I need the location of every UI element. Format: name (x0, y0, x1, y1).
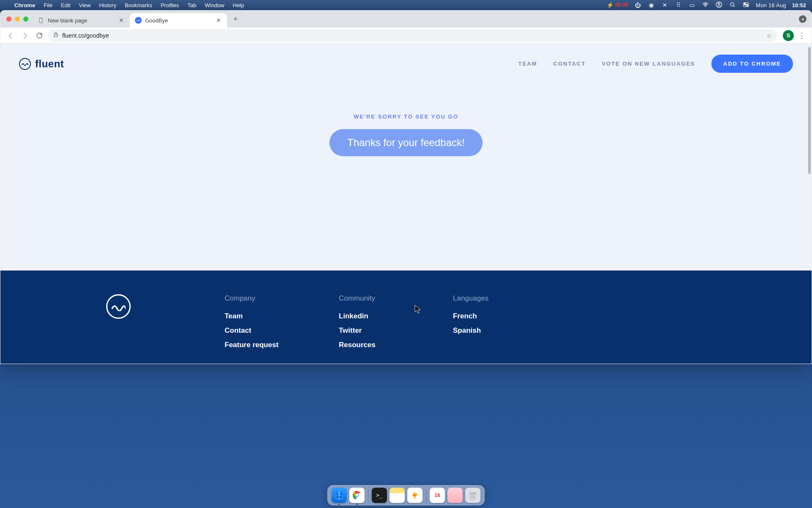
window-controls (5, 17, 33, 22)
menubar-window[interactable]: Window (200, 2, 228, 8)
svg-point-0 (705, 6, 706, 6)
back-button[interactable] (5, 30, 16, 41)
battery-status[interactable]: ⚡ 00:26 (606, 2, 628, 8)
footer-col-company: Company Team Contact Feature request (225, 294, 322, 355)
menubar-battery-icon[interactable]: ▭ (688, 2, 696, 8)
battery-charging-icon: ⚡ (606, 2, 614, 8)
footer-link-resources[interactable]: Resources (339, 341, 436, 349)
footer-col-languages: Languages French Spanish (453, 294, 550, 355)
dock-app-folder[interactable] (447, 488, 463, 503)
battery-time-remaining: 00:26 (615, 2, 628, 8)
svg-point-6 (744, 3, 746, 4)
address-bar[interactable]: fluent.co/goodbye ☆ (48, 29, 777, 42)
tab-strip: New blank page ✕ GoodBye ✕ + ▾ (0, 11, 812, 28)
window-zoom-button[interactable] (23, 17, 28, 22)
menubar-file[interactable]: File (39, 2, 57, 8)
url-text: fluent.co/goodbye (62, 32, 763, 39)
tab-search-button[interactable]: ▾ (799, 15, 807, 23)
menubar-wifi-icon[interactable] (702, 1, 709, 9)
menubar-play-icon[interactable]: ◉ (647, 2, 655, 8)
mac-menubar: Chrome File Edit View History Bookmarks … (0, 0, 812, 10)
lock-icon[interactable] (53, 32, 59, 39)
footer-link-french[interactable]: French (453, 312, 550, 320)
window-close-button[interactable] (6, 17, 11, 22)
footer-heading-community: Community (339, 294, 436, 303)
profile-avatar[interactable]: S (783, 30, 794, 41)
mac-dock: >_ 16 (327, 485, 485, 505)
menubar-control-center-icon[interactable] (742, 1, 750, 9)
dock-app-chrome[interactable] (349, 488, 365, 503)
svg-rect-8 (54, 34, 58, 37)
footer-heading-languages: Languages (453, 294, 550, 303)
svg-point-7 (747, 5, 748, 6)
dock-app-trash[interactable] (465, 488, 480, 503)
footer-heading-company: Company (225, 294, 322, 303)
menubar-dots-icon[interactable]: ⠿ (675, 2, 682, 8)
window-minimize-button[interactable] (15, 17, 20, 22)
footer-col-community: Community Linkedin Twitter Resources (339, 294, 436, 355)
footer-link-team[interactable]: Team (225, 312, 322, 320)
dock-separator (426, 489, 426, 503)
dock-app-finder[interactable] (332, 488, 347, 503)
menubar-profiles[interactable]: Profiles (156, 2, 183, 8)
goodbye-hero: WE'RE SORRY TO SEE YOU GO Thanks for you… (0, 84, 812, 156)
tab-new-blank-page[interactable]: New blank page ✕ (33, 13, 130, 28)
browser-toolbar: fluent.co/goodbye ☆ S ⋮ (0, 28, 812, 44)
dock-separator (368, 489, 368, 503)
site-header: fluent TEAM CONTACT VOTE ON NEW LANGUAGE… (0, 44, 812, 84)
menubar-history[interactable]: History (95, 2, 120, 8)
menubar-edit[interactable]: Edit (57, 2, 74, 8)
footer-link-linkedin[interactable]: Linkedin (339, 312, 436, 320)
page-favicon-icon (38, 17, 44, 24)
thanks-pill: Thanks for your feedback! (329, 129, 482, 156)
bookmark-star-icon[interactable]: ☆ (766, 32, 772, 39)
page-viewport[interactable]: fluent TEAM CONTACT VOTE ON NEW LANGUAGE… (0, 44, 812, 364)
svg-point-11 (341, 494, 342, 494)
footer-link-spanish[interactable]: Spanish (453, 326, 550, 335)
svg-point-14 (356, 494, 358, 497)
footer-logomark-icon (106, 294, 131, 319)
reload-button[interactable] (33, 30, 45, 41)
fluent-logomark-icon (19, 58, 31, 70)
footer-link-twitter[interactable]: Twitter (339, 326, 436, 335)
add-to-chrome-button[interactable]: ADD TO CHROME (711, 55, 793, 73)
dock-app-calendar[interactable]: 16 (430, 488, 445, 503)
svg-point-2 (718, 3, 720, 5)
menubar-clock[interactable]: 10:52 (792, 2, 806, 8)
menubar-help[interactable]: Help (229, 2, 249, 8)
dock-app-bolt[interactable] (407, 488, 422, 503)
nav-team[interactable]: TEAM (518, 61, 537, 67)
footer-link-contact[interactable]: Contact (225, 326, 322, 335)
menubar-spotlight-icon[interactable] (729, 1, 736, 9)
fluent-logo[interactable]: fluent (19, 58, 64, 70)
tab-title: New blank page (48, 17, 115, 24)
chrome-menu-button[interactable]: ⋮ (796, 30, 807, 41)
menubar-bookmarks[interactable]: Bookmarks (121, 2, 156, 8)
footer-link-feature-request[interactable]: Feature request (225, 341, 322, 349)
viewport-scrollbar[interactable] (808, 47, 811, 174)
dock-app-notes[interactable] (390, 488, 405, 503)
dock-app-terminal[interactable]: >_ (372, 488, 387, 503)
menubar-bolt-icon[interactable]: ⏻ (634, 2, 642, 8)
menubar-user-icon[interactable] (715, 1, 723, 9)
menubar-tool-icon[interactable]: ✕ (661, 2, 669, 8)
eyebrow-text: WE'RE SORRY TO SEE YOU GO (0, 113, 812, 120)
site-nav: TEAM CONTACT VOTE ON NEW LANGUAGES ADD T… (518, 55, 793, 73)
menubar-tab[interactable]: Tab (183, 2, 200, 8)
chrome-window: New blank page ✕ GoodBye ✕ + ▾ fluent.co… (0, 10, 812, 364)
nav-contact[interactable]: CONTACT (553, 61, 586, 67)
fluent-favicon-icon (135, 17, 142, 24)
forward-button (19, 30, 31, 41)
svg-point-10 (337, 494, 337, 494)
menubar-date[interactable]: Mon 16 Aug (756, 2, 786, 8)
site-footer: Company Team Contact Feature request Com… (0, 271, 812, 364)
svg-point-3 (731, 3, 734, 6)
tab-title: GoodBye (145, 17, 212, 24)
menubar-app-name[interactable]: Chrome (10, 2, 39, 8)
tab-close-button[interactable]: ✕ (215, 17, 222, 24)
tab-close-button[interactable]: ✕ (118, 17, 125, 24)
new-tab-button[interactable]: + (230, 13, 241, 25)
tab-goodbye[interactable]: GoodBye ✕ (130, 13, 227, 28)
nav-vote-languages[interactable]: VOTE ON NEW LANGUAGES (602, 61, 695, 67)
menubar-view[interactable]: View (74, 2, 95, 8)
